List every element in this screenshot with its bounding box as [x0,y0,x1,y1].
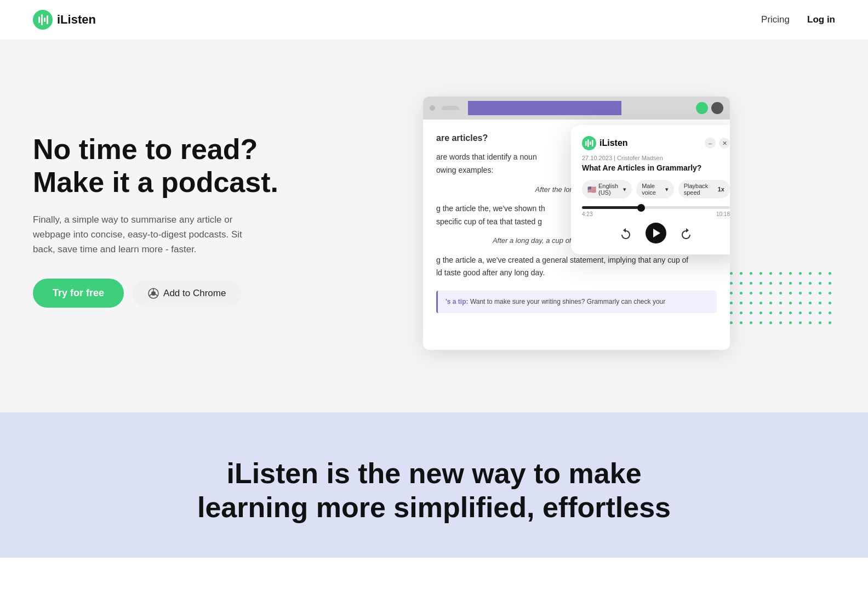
dot [799,272,802,275]
pricing-link[interactable]: Pricing [761,14,790,25]
ilisten-popup: iListen – ✕ 27.10.2023 | Cristofer Madse… [571,125,730,254]
popup-controls: – ✕ [705,138,730,149]
popup-header: iListen – ✕ [582,136,730,150]
browser-ext-icons [696,102,723,114]
login-link[interactable]: Log in [807,14,835,25]
dot [799,312,802,314]
dot [760,272,762,275]
dot [779,321,782,324]
browser-mockup: are articles? are words that identify a … [423,97,730,350]
progress-dot [637,204,645,212]
skip-back-button[interactable] [617,224,635,242]
progress-bar-fill [582,206,641,209]
dot [799,302,802,304]
svg-rect-13 [590,141,591,145]
dot [819,302,821,304]
logo[interactable]: iListen [33,10,96,30]
speed-select[interactable]: Playback speed 1x [678,180,730,199]
dot [740,312,743,314]
svg-rect-2 [41,14,43,25]
dot [779,292,782,294]
add-to-chrome-button[interactable]: Add to Chrome [133,280,241,307]
time-total: 10:18 [716,211,730,217]
dot [809,321,812,324]
dot [819,272,821,275]
hero-right: are articles? are words that identify a … [318,91,835,350]
dot [799,282,802,285]
play-pause-button[interactable] [646,223,666,243]
dot [819,292,821,294]
dot [740,302,743,304]
ext-icon-dark [711,102,723,114]
dot [789,282,792,285]
skip-back-icon [619,226,632,240]
dot [809,302,812,304]
dot [750,321,752,324]
dot [730,272,733,275]
progress-times: 4:23 10:18 [582,211,730,217]
dot [769,272,772,275]
logo-icon [33,10,53,30]
try-for-free-button[interactable]: Try for free [33,279,124,308]
svg-rect-1 [38,16,40,23]
dot [819,312,821,314]
logo-text: iListen [57,13,96,27]
dot [829,321,831,324]
dot [760,302,762,304]
dot [760,321,762,324]
popup-logo-icon [582,136,596,150]
browser-tab [442,106,459,110]
dot [769,321,772,324]
dot [799,292,802,294]
dot [769,292,772,294]
language-select[interactable]: 🇺🇸 English (US) ▾ [582,180,632,199]
svg-point-6 [151,291,156,296]
dot [750,272,752,275]
dot [760,312,762,314]
hero-section: No time to read? Make it a podcast. Fina… [0,39,868,412]
dot [779,312,782,314]
dot [829,292,831,294]
dot [789,302,792,304]
svg-rect-14 [592,140,593,146]
progress-bar-background[interactable] [582,206,730,209]
dot [740,292,743,294]
dot [760,292,762,294]
dot [740,272,743,275]
svg-rect-11 [585,141,587,146]
dot [760,282,762,285]
dot [750,282,752,285]
popup-logo: iListen [582,136,628,150]
skip-forward-button[interactable] [677,224,695,242]
popup-progress: 4:23 10:18 [582,206,730,217]
popup-logo-text: iListen [599,138,628,148]
svg-rect-3 [44,18,45,22]
hero-subtitle: Finally, a simple way to summarise any a… [33,212,263,257]
dot [750,292,752,294]
dot [789,321,792,324]
hero-title: No time to read? Make it a podcast. [33,133,296,199]
dot [789,292,792,294]
article-p6: ld taste good after any long day. [436,267,717,280]
tip-text: Want to make sure your writing shines? G… [470,298,665,305]
dot [829,302,831,304]
dot [769,302,772,304]
popup-meta: 27.10.2023 | Cristofer Madsen [582,155,730,161]
voice-select[interactable]: Male voice ▾ [636,180,674,199]
svg-rect-12 [587,139,589,147]
article-p5: g the article a, we've created a general… [436,254,717,267]
popup-minimize[interactable]: – [705,138,716,149]
popup-close[interactable]: ✕ [719,138,730,149]
browser-urlbar [468,101,621,115]
dot [809,292,812,294]
dot [730,282,733,285]
dot [730,312,733,314]
svg-line-8 [155,294,158,296]
browser-content: are articles? are words that identify a … [423,120,730,350]
nav-right: Pricing Log in [761,14,835,25]
bottom-section: iListen is the new way to make learning … [0,412,868,558]
popup-title: What Are Articles in Grammarly? [582,163,730,172]
dot [730,292,733,294]
dot [829,312,831,314]
dot [799,321,802,324]
